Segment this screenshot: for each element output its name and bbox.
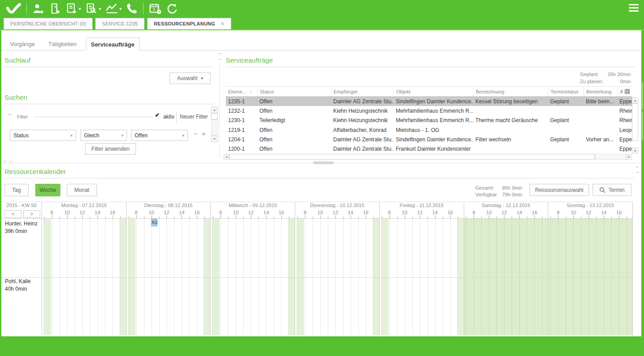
hour-label: 8 xyxy=(472,210,475,215)
cell-objekt: Frankurt Daimler Kundencenter xyxy=(394,146,473,152)
expand-right-icon[interactable]: → xyxy=(635,169,640,174)
prev-week-button[interactable]: < xyxy=(4,210,21,218)
hour-gridline xyxy=(420,218,420,335)
day-cell[interactable] xyxy=(295,218,379,335)
column-header-objekt[interactable]: Objekt xyxy=(394,87,473,96)
auswahl-button[interactable]: Auswahl ▾ xyxy=(169,72,211,84)
column-header-bemerkung[interactable]: Bemerkung xyxy=(584,87,617,96)
column-header-ebene[interactable]: Ebene...↓ xyxy=(226,87,257,96)
expand-right-icon[interactable]: → xyxy=(217,56,222,61)
scrollbar-thumb[interactable] xyxy=(632,103,638,141)
add-object-button[interactable] xyxy=(49,3,61,15)
checkmark-icon[interactable]: ✔ xyxy=(155,111,160,119)
table-row-1200-1[interactable]: 1200-1OffenDaimler AG Zentrale Stu...Fra… xyxy=(226,144,632,153)
hour-gridline xyxy=(182,218,182,335)
termin-button[interactable]: Termin xyxy=(593,184,631,196)
collapse-left-icon[interactable]: ← xyxy=(217,51,222,55)
hour-tick xyxy=(420,215,420,218)
table-row-1219-1[interactable]: 1219-1OffenAffalterbacher, KonradMietsha… xyxy=(226,125,632,135)
table-row-1204-1[interactable]: 1204-1OffenDaimler AG Zentrale Stu...Sin… xyxy=(226,135,632,144)
day-cell[interactable] xyxy=(380,218,464,335)
scrollbar-track[interactable] xyxy=(211,119,218,136)
hour-gridline xyxy=(120,218,121,335)
week-label: 2015 - KW 50 xyxy=(1,203,42,208)
aktiv-label: aktiv xyxy=(163,114,174,120)
cell-anschrift: Eppels xyxy=(617,98,632,105)
table-row-1235-1[interactable]: 1235-1OffenDaimler AG Zentrale Stu...Sin… xyxy=(226,97,632,106)
cell-objekt: Mehrfamilienhaus Emmerich R... xyxy=(394,108,473,114)
column-header-empfänger[interactable]: Empfänger xyxy=(331,87,394,96)
menu-icon[interactable] xyxy=(629,4,639,12)
day-cell[interactable] xyxy=(42,218,126,335)
subtab-serviceaufträge[interactable]: Serviceaufträge xyxy=(86,38,140,51)
scroll-up-icon[interactable]: ▲ xyxy=(211,106,218,113)
charts-button[interactable]: ▾ xyxy=(106,3,122,14)
scroll-left-icon[interactable]: ◄ xyxy=(224,154,229,160)
add-document-button[interactable]: ▾ xyxy=(65,3,81,15)
filter-operator-select[interactable]: Gleich ▾ xyxy=(80,130,127,141)
day-cell[interactable] xyxy=(548,218,632,335)
splitter-grip[interactable] xyxy=(313,161,334,164)
scroll-down-icon[interactable]: ▼ xyxy=(211,136,218,142)
close-icon[interactable]: × xyxy=(220,20,224,27)
view-woche-button[interactable]: Woche xyxy=(35,184,60,196)
hour-gridline xyxy=(313,218,313,335)
add-contact-button[interactable] xyxy=(32,3,44,15)
phone-button[interactable] xyxy=(126,3,138,14)
table-row-1232-1[interactable]: 1232-1OffenKiehn HeizungstechnikMehrfami… xyxy=(226,106,632,115)
collapse-left-icon[interactable]: ← xyxy=(635,164,640,169)
column-header-bezeichnung[interactable]: Bezeichnung xyxy=(473,87,548,96)
view-tag-button[interactable]: Tag xyxy=(4,184,29,196)
hour-tick xyxy=(335,215,336,218)
column-label: Ebene... xyxy=(228,89,246,94)
tab-ressourcenplanung[interactable]: RESSOURCENPLANUNG× xyxy=(147,18,231,30)
tab-service-1235[interactable]: SERVICE-1235 xyxy=(95,18,144,30)
scrollbar-thumb[interactable] xyxy=(211,113,218,119)
subtab-tätigkeiten[interactable]: Tätigkeiten xyxy=(48,38,77,51)
filter-field-value: Status xyxy=(13,132,29,139)
scroll-down-icon[interactable]: ▼ xyxy=(632,148,638,154)
grid-icon[interactable] xyxy=(625,89,630,94)
filter-anwenden-button[interactable]: Filter anwenden xyxy=(85,143,136,155)
neuer-filter-button[interactable]: Neuer Filter xyxy=(180,114,208,120)
collapse-filter-icon[interactable]: − xyxy=(8,112,12,117)
document-search-button[interactable]: ▾ xyxy=(85,3,101,15)
hour-gridline xyxy=(581,218,581,335)
collapse-down-icon[interactable]: ↓ xyxy=(9,159,12,164)
tab-persönliche-übersicht-0[interactable]: PERSÖNLICHE ÜBERSICHT (0) xyxy=(4,18,93,30)
column-header-terminstatus[interactable]: Terminstatus xyxy=(548,87,584,96)
day-cell[interactable] xyxy=(211,218,295,335)
cell-ebene: 1235-1 xyxy=(226,98,257,105)
panel-splitter[interactable] xyxy=(219,64,220,157)
edge-scrollbar-segment[interactable] xyxy=(642,112,643,140)
edge-scrollbar-segment[interactable] xyxy=(642,82,643,109)
calendar-reminder-button[interactable]: 7 xyxy=(149,3,161,15)
appointment-event[interactable]: Kä xyxy=(151,219,157,226)
view-monat-button[interactable]: Monat xyxy=(67,184,97,196)
hour-gridline xyxy=(512,218,512,335)
tab-label: SERVICE-1235 xyxy=(102,21,138,26)
add-filter-row-icon[interactable]: + xyxy=(202,131,206,136)
remove-filter-row-icon[interactable]: − xyxy=(194,131,197,136)
logo-swoosh-icon[interactable] xyxy=(6,2,21,15)
subtab-vorgänge[interactable]: Vorgänge xyxy=(10,38,35,51)
document-search-icon xyxy=(85,3,97,15)
refresh-button[interactable] xyxy=(166,3,178,15)
filter-value-select[interactable]: Offen ▾ xyxy=(131,130,188,141)
ressourcenauswahl-button[interactable]: Ressourcenauswahl xyxy=(530,184,589,196)
filter-field-select[interactable]: Status ▾ xyxy=(10,130,76,141)
table-row-1230-1[interactable]: 1230-1TeilerledigtKiehn HeizungstechnikM… xyxy=(226,116,632,125)
expand-up-icon[interactable]: ↑ xyxy=(4,159,6,164)
hour-gridline xyxy=(213,218,213,335)
column-header-anschr[interactable]: Anschr xyxy=(617,87,632,96)
next-week-button[interactable]: > xyxy=(23,210,40,218)
gesamt-label: Gesamt: xyxy=(475,185,494,191)
day-cell[interactable] xyxy=(464,218,548,335)
day-cell[interactable]: Kä xyxy=(127,218,211,335)
column-header-status[interactable]: Status xyxy=(257,87,331,96)
scrollbar-thumb[interactable] xyxy=(229,154,595,160)
scrollbar-track[interactable] xyxy=(595,154,626,160)
scroll-right-icon[interactable]: ► xyxy=(626,154,632,160)
scroll-up-icon[interactable]: ▲ xyxy=(632,97,638,103)
sort-down-icon[interactable]: ↓ xyxy=(250,89,252,94)
